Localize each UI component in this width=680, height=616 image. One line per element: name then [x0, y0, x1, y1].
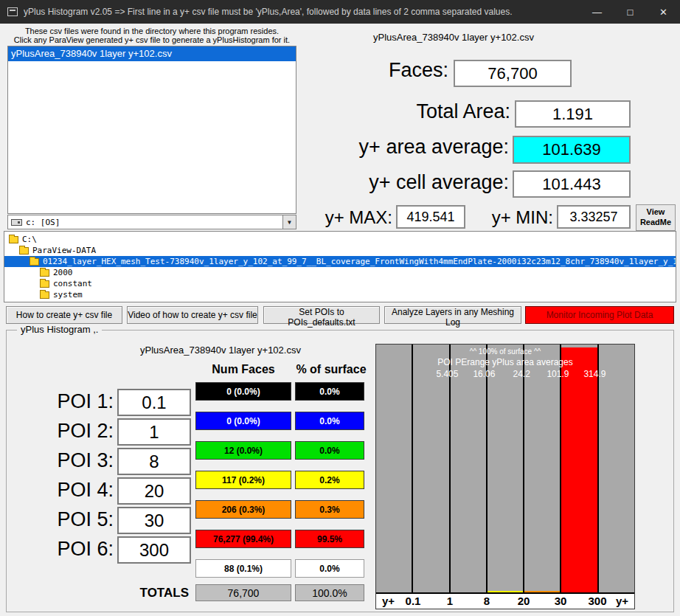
directory-tree[interactable]: C:\ ParaView-DATA 01234_layer_HEX_mesh_T…: [4, 231, 676, 302]
chart-bar: [561, 347, 597, 594]
poi-1-label: POI 1:: [35, 390, 114, 413]
totals-num-faces: 76,700: [195, 584, 291, 601]
poi-1-input[interactable]: [117, 389, 191, 416]
tree-item-constant[interactable]: constant: [4, 278, 676, 289]
totals-pct: 100.0%: [295, 584, 364, 601]
main-content: These csv files were found in the direct…: [0, 24, 680, 616]
folder-icon: [40, 280, 49, 288]
bin-5-pct: 0.3%: [295, 500, 364, 519]
yplus-histogram-chart: ^^ 100% of surface ^^ POI PErange yPlus …: [375, 344, 635, 609]
tree-item-paraview-data[interactable]: ParaView-DATA: [4, 245, 676, 256]
tree-item-root[interactable]: C:\: [4, 234, 676, 245]
drive-selector-value: c: [OS]: [26, 218, 60, 227]
bin-4-num-faces: 117 (0.2%): [195, 471, 291, 489]
yplus-area-average-value: 101.639: [513, 136, 631, 164]
histogram-csv-filename: yPlusArea_738940v 1layer y+102.csv: [95, 345, 346, 356]
total-area-label: Total Area:: [310, 100, 510, 123]
axis-label: 0.1: [406, 595, 421, 607]
set-pois-defaults-button[interactable]: Set POIs to POIs_defaults.txt: [263, 306, 380, 324]
yplus-histogram-group: yPlus Histogram ,. yPlusArea_738940v 1la…: [6, 330, 674, 612]
poi-6-input[interactable]: [117, 536, 191, 564]
analyze-layers-button[interactable]: Analyze Layers in any Meshing Log: [384, 306, 521, 324]
drive-icon: [11, 219, 22, 226]
current-csv-filename: yPlusArea_738940v 1layer y+102.csv: [310, 32, 597, 43]
tree-item-label: 2000: [53, 268, 73, 277]
bin-5-num-faces: 206 (0.3%): [195, 500, 291, 519]
chart-title: ^^ 100% of surface ^^: [376, 347, 634, 356]
bin-overflow-pct: 0.0%: [295, 559, 364, 578]
chevron-down-icon[interactable]: ▼: [282, 215, 296, 229]
yplus-max-label: y+ MAX:: [302, 207, 392, 228]
poi-4-label: POI 4:: [35, 479, 114, 502]
bin-2-pct: 0.0%: [295, 412, 364, 430]
window-title: yPlus Histogram v2.05 => First line in a…: [24, 7, 513, 17]
tree-item-system[interactable]: system: [4, 289, 676, 300]
titlebar: yPlus Histogram v2.05 => First line in a…: [0, 0, 680, 24]
totals-label: TOTALS: [106, 586, 189, 601]
faces-value: 76,700: [454, 60, 572, 87]
area-average-label: 16.06: [473, 369, 495, 379]
yplus-min-label: y+ MIN:: [468, 207, 553, 228]
yplus-max-value: 419.541: [396, 205, 465, 229]
yplus-cell-average-value: 101.443: [513, 170, 631, 198]
axis-label: 30: [555, 595, 567, 607]
area-average-label: 24.2: [513, 369, 530, 379]
monitor-plot-data-button[interactable]: Monitor Incoming Plot Data: [525, 306, 674, 324]
chart-bin: [486, 345, 523, 594]
bin-3-num-faces: 12 (0.0%): [195, 441, 291, 460]
axis-label: y+: [616, 595, 628, 607]
folder-icon: [9, 236, 18, 243]
tree-item-2000[interactable]: 2000: [4, 267, 676, 278]
bin-3-pct: 0.0%: [295, 441, 364, 460]
poi-5-input[interactable]: [117, 507, 191, 534]
app-window: yPlus Histogram v2.05 => First line in a…: [0, 0, 680, 616]
chart-bin: [560, 345, 597, 594]
how-to-create-csv-button[interactable]: How to create y+ csv file: [6, 306, 122, 324]
chart-bin: [449, 345, 486, 594]
video-how-to-button[interactable]: Video of how to create y+ csv file: [127, 306, 258, 324]
close-button[interactable]: ✕: [647, 0, 680, 24]
chart-plot-area: [376, 345, 634, 594]
num-faces-header: Num Faces: [195, 363, 291, 376]
chart-x-axis: y+0.1182030300y+: [376, 592, 634, 609]
axis-label: 1: [447, 595, 453, 607]
poi-3-input[interactable]: [117, 448, 191, 475]
minimize-button[interactable]: —: [580, 0, 614, 24]
tree-item-label: ParaView-DATA: [32, 246, 96, 255]
tree-item-selected-case[interactable]: 01234_layer_HEX_mesh_Test-738940v_1layer…: [4, 256, 676, 267]
bin-6-pct: 99.5%: [295, 530, 364, 548]
folder-icon: [40, 291, 49, 299]
bin-2-num-faces: 0 (0.0%): [195, 412, 291, 430]
axis-label: 20: [518, 595, 530, 607]
folder-icon: [30, 258, 39, 266]
tree-item-label: system: [53, 290, 83, 300]
bin-1-num-faces: 0 (0.0%): [195, 382, 291, 401]
view-readme-button[interactable]: View ReadMe: [636, 204, 676, 231]
chart-bin: [376, 345, 412, 594]
folder-icon: [19, 247, 29, 255]
bin-4-pct: 0.2%: [295, 471, 364, 489]
poi-5-label: POI 5:: [35, 508, 114, 531]
chart-bin: [597, 345, 634, 594]
csv-file-listbox[interactable]: yPlusArea_738940v 1layer y+102.csv: [7, 46, 296, 214]
axis-label: 8: [484, 595, 490, 607]
maximize-button[interactable]: □: [614, 0, 647, 24]
chart-bin: [412, 345, 448, 594]
chart-subtitle: POI PErange yPlus area averages: [376, 357, 634, 367]
tree-item-label: C:\: [22, 235, 37, 244]
csv-info-line-1: These csv files were found in the direct…: [0, 27, 304, 35]
app-icon: [7, 7, 18, 16]
bin-overflow-num-faces: 88 (0.1%): [195, 559, 291, 578]
drive-selector[interactable]: c: [OS] ▼: [7, 215, 296, 229]
poi-2-input[interactable]: [117, 418, 191, 446]
axis-label: y+: [382, 595, 395, 607]
csv-info-line-2: Click any ParaView generated y+ csv file…: [0, 35, 304, 44]
pct-surface-header: % of surface: [291, 363, 371, 376]
group-title: yPlus Histogram ,.: [17, 324, 102, 335]
poi-4-input[interactable]: [117, 477, 191, 505]
tree-item-label: constant: [53, 279, 92, 288]
poi-2-label: POI 2:: [35, 420, 114, 443]
area-average-label: 5.405: [436, 369, 458, 379]
area-average-label: 101.9: [547, 369, 569, 379]
csv-file-item[interactable]: yPlusArea_738940v 1layer y+102.csv: [8, 46, 296, 61]
